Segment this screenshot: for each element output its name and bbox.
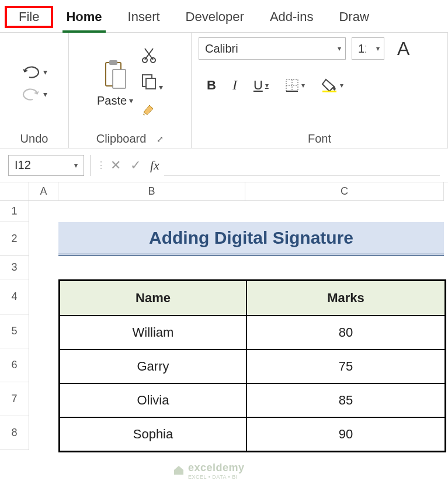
underline-button[interactable]: U ▾	[253, 78, 269, 93]
formula-input[interactable]	[164, 155, 440, 176]
ribbon-tabs: File Home Insert Developer Add-ins Draw	[0, 0, 448, 33]
svg-point-3	[143, 58, 147, 63]
chevron-down-icon[interactable]: ▾	[43, 67, 47, 77]
cell[interactable]	[29, 201, 58, 222]
group-clipboard: Paste ▾ ▾ Clipboard⤢	[69, 33, 192, 148]
col-header-b[interactable]: B	[58, 182, 245, 201]
chevron-down-icon[interactable]: ▾	[157, 82, 163, 92]
row-header[interactable]: 3	[0, 256, 29, 279]
row-header[interactable]: 4	[0, 279, 29, 314]
cell-marks[interactable]: 75	[246, 350, 445, 383]
watermark: exceldemy EXCEL • DATA • BI	[173, 462, 245, 480]
paste-label: Paste	[97, 94, 127, 108]
row-header[interactable]: 6	[0, 348, 29, 382]
increase-font-size-button[interactable]: A	[397, 38, 409, 60]
bold-button[interactable]: B	[207, 78, 216, 93]
sheet-title[interactable]: Adding Digital Signature	[58, 222, 444, 256]
group-label-font: Font	[308, 129, 331, 146]
chevron-down-icon[interactable]: ▾	[129, 96, 133, 105]
copy-button[interactable]: ▾	[141, 74, 163, 92]
chevron-down-icon[interactable]: ▾	[301, 81, 305, 89]
insert-function-button[interactable]: fx	[145, 158, 164, 173]
row-header[interactable]: 1	[0, 201, 29, 222]
name-box[interactable]: I12 ▾	[8, 155, 84, 176]
svg-rect-11	[322, 91, 336, 92]
italic-button[interactable]: I	[232, 77, 237, 93]
tab-draw[interactable]: Draw	[326, 6, 381, 28]
select-all-corner[interactable]	[0, 182, 29, 201]
col-header-c[interactable]: C	[245, 182, 444, 201]
column-headers: A B C	[0, 182, 448, 201]
cell[interactable]	[29, 279, 58, 450]
group-label-clipboard: Clipboard	[96, 132, 147, 146]
svg-rect-6	[146, 78, 155, 89]
row-header[interactable]: 8	[0, 416, 29, 450]
chevron-down-icon[interactable]: ▾	[334, 44, 345, 53]
group-font: ▾ ▾ A B I U ▾ ▾ ▾ Font	[192, 33, 448, 148]
group-label-undo: Undo	[20, 129, 48, 146]
group-undo: ▾ ▾ Undo	[0, 33, 69, 148]
cut-button[interactable]	[141, 47, 163, 65]
cell-name[interactable]: Garry	[60, 350, 246, 383]
row-header[interactable]: 7	[0, 382, 29, 416]
paste-button[interactable]: Paste ▾	[97, 59, 133, 108]
row-header[interactable]: 2	[0, 222, 29, 256]
house-icon	[173, 464, 185, 478]
chevron-down-icon[interactable]: ▾	[372, 44, 384, 53]
font-name-dropdown[interactable]: ▾	[199, 37, 346, 60]
cell-marks[interactable]: 90	[246, 417, 445, 451]
tab-add-ins[interactable]: Add-ins	[257, 6, 327, 28]
table-header-marks[interactable]: Marks	[246, 281, 445, 316]
chevron-down-icon[interactable]: ▾	[74, 161, 78, 170]
cell-marks[interactable]: 85	[246, 383, 445, 417]
table-row: William 80	[60, 316, 445, 350]
svg-rect-1	[109, 60, 117, 65]
font-name-input[interactable]	[199, 38, 334, 59]
clipboard-icon	[102, 59, 128, 94]
cell-name[interactable]: Olivia	[60, 383, 246, 417]
fill-color-button[interactable]: ▾	[321, 78, 343, 92]
cell-name[interactable]: Sophia	[60, 417, 246, 451]
svg-rect-2	[113, 70, 126, 88]
worksheet: 1 2 3 4 5 6 7 8 Adding Digital Signature…	[0, 201, 448, 452]
cell[interactable]	[29, 256, 58, 279]
undo-icon	[21, 65, 41, 78]
redo-icon	[21, 88, 41, 101]
format-painter-button[interactable]	[141, 101, 163, 119]
table-row: Sophia 90	[60, 417, 445, 451]
chevron-down-icon[interactable]: ▾	[265, 81, 269, 89]
dialog-launcher-icon[interactable]: ⤢	[157, 134, 164, 144]
table-row: Olivia 85	[60, 383, 445, 417]
font-size-input[interactable]	[352, 38, 372, 59]
col-header-a[interactable]: A	[29, 182, 58, 201]
tab-insert[interactable]: Insert	[115, 6, 173, 28]
cell-name[interactable]: William	[60, 316, 246, 350]
redo-button[interactable]: ▾	[19, 87, 50, 102]
enter-formula-button[interactable]: ✓	[126, 158, 145, 173]
table-row: Garry 75	[60, 350, 445, 383]
undo-button[interactable]: ▾	[19, 64, 50, 79]
formula-bar: I12 ▾ ⋮ ✕ ✓ fx	[0, 148, 448, 182]
data-table: Name Marks William 80 Garry 75 Olivia 85…	[58, 279, 446, 452]
chevron-down-icon[interactable]: ▾	[43, 89, 47, 99]
tab-home[interactable]: Home	[53, 6, 114, 28]
tab-file[interactable]: File	[5, 6, 53, 28]
name-box-value: I12	[15, 158, 31, 172]
font-size-dropdown[interactable]: ▾	[352, 37, 384, 60]
cancel-formula-button[interactable]: ✕	[106, 158, 126, 173]
ribbon: ▾ ▾ Undo Paste ▾ ▾ C	[0, 33, 448, 148]
borders-button[interactable]: ▾	[285, 78, 305, 92]
svg-point-4	[151, 58, 155, 63]
row-headers: 1 2 3 4 5 6 7 8	[0, 201, 29, 452]
chevron-down-icon[interactable]: ▾	[340, 81, 343, 89]
table-header-name[interactable]: Name	[60, 281, 246, 316]
cell[interactable]	[29, 222, 58, 256]
tab-developer[interactable]: Developer	[173, 6, 257, 28]
cell-marks[interactable]: 80	[246, 316, 445, 350]
watermark-text: exceldemy EXCEL • DATA • BI	[188, 462, 245, 480]
row-header[interactable]: 5	[0, 314, 29, 348]
